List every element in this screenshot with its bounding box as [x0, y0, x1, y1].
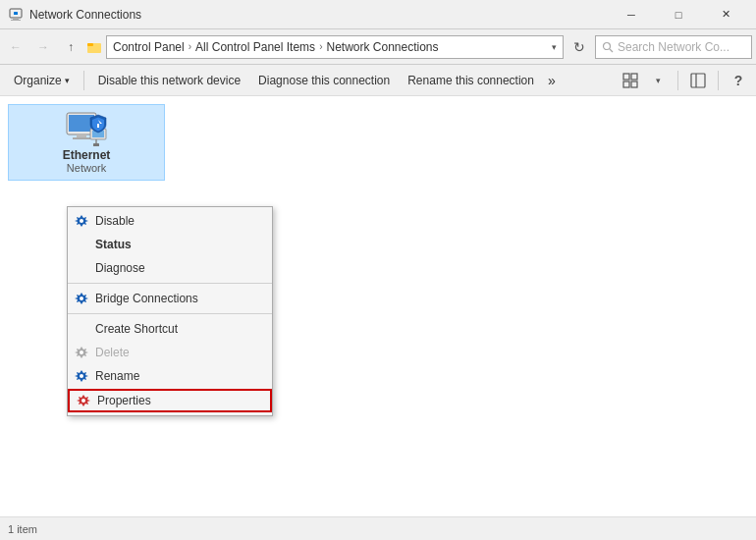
svg-rect-16: [77, 135, 86, 137]
svg-point-25: [80, 351, 83, 354]
ctx-label-status: Status: [95, 238, 132, 251]
ctx-item-rename[interactable]: Rename: [68, 364, 272, 388]
pane-icon: [690, 73, 706, 88]
ctx-label-bridge: Bridge Connections: [95, 292, 198, 305]
path-network-connections: Network Connections: [326, 40, 438, 54]
organize-button[interactable]: Organize ▾: [6, 69, 78, 92]
ctx-label-create-shortcut: Create Shortcut: [95, 322, 178, 336]
diagnose-button[interactable]: Diagnose this connection: [250, 69, 398, 92]
svg-rect-10: [623, 81, 629, 87]
ctx-label-delete: Delete: [95, 346, 130, 359]
disable-icon: [74, 213, 89, 229]
view-dropdown-button[interactable]: ▾: [646, 69, 670, 92]
help-button[interactable]: ?: [727, 69, 750, 92]
context-menu: Disable Status Diagnose Bridge Conne: [67, 206, 273, 416]
path-control-panel: Control Panel: [113, 40, 185, 54]
svg-rect-12: [691, 74, 705, 87]
svg-rect-17: [73, 137, 90, 139]
address-bar: ← → ↑ Control Panel › All Control Panel …: [0, 29, 756, 65]
toolbar-right: ▾ ?: [619, 69, 750, 92]
toolbar-separator-3: [718, 71, 719, 90]
ctx-item-properties[interactable]: Properties: [68, 389, 272, 412]
ethernet-adapter-icon: [63, 111, 110, 148]
delete-icon: [74, 345, 89, 360]
ctx-label-rename: Rename: [95, 369, 139, 383]
search-box[interactable]: Search Network Co...: [595, 35, 752, 59]
disable-device-button[interactable]: Disable this network device: [90, 69, 248, 92]
ctx-item-disable[interactable]: Disable: [68, 209, 272, 233]
title-text: Network Connections: [29, 8, 141, 22]
path-all-items: All Control Panel Items: [195, 40, 315, 54]
up-button[interactable]: ↑: [59, 35, 82, 59]
svg-rect-8: [623, 74, 629, 80]
toolbar-separator-2: [677, 71, 678, 90]
ctx-label-properties: Properties: [97, 394, 151, 407]
minimize-button[interactable]: ─: [609, 0, 654, 29]
ctx-label-diagnose: Diagnose: [95, 261, 145, 275]
ctx-label-disable: Disable: [95, 214, 135, 228]
refresh-button[interactable]: ↻: [567, 35, 591, 59]
ctx-item-bridge[interactable]: Bridge Connections: [68, 287, 272, 310]
ctx-item-diagnose[interactable]: Diagnose: [68, 256, 272, 280]
toolbar-separator-1: [83, 71, 84, 90]
adapter-item-ethernet[interactable]: Ethernet Network: [8, 104, 165, 181]
svg-rect-2: [11, 20, 21, 21]
adapter-name: Ethernet: [63, 148, 111, 162]
bridge-icon: [74, 291, 89, 306]
close-button[interactable]: ✕: [703, 0, 748, 29]
properties-icon: [76, 393, 91, 408]
ctx-separator-2: [68, 313, 272, 314]
ctx-item-create-shortcut[interactable]: Create Shortcut: [68, 317, 272, 341]
address-path[interactable]: Control Panel › All Control Panel Items …: [106, 35, 564, 59]
content-area: Ethernet Network Disable Status: [0, 96, 756, 516]
grid-view-icon: [622, 73, 638, 88]
maximize-button[interactable]: □: [656, 0, 701, 29]
rename-connection-button[interactable]: Rename this connection: [400, 69, 542, 92]
svg-line-7: [610, 49, 613, 52]
svg-point-24: [80, 297, 83, 300]
svg-rect-3: [14, 12, 18, 15]
title-bar-left: Network Connections: [8, 7, 141, 23]
forward-button[interactable]: →: [31, 35, 55, 59]
back-button[interactable]: ←: [4, 35, 27, 59]
pane-toggle-button[interactable]: [686, 69, 710, 92]
file-list: Ethernet Network Disable Status: [0, 96, 756, 516]
svg-point-27: [81, 399, 85, 403]
title-bar-icon: [8, 7, 24, 23]
svg-point-26: [80, 374, 83, 378]
search-icon: [602, 41, 614, 53]
ctx-separator-1: [68, 283, 272, 284]
status-text: 1 item: [8, 523, 37, 535]
search-placeholder: Search Network Co...: [618, 40, 729, 54]
svg-point-23: [80, 219, 83, 223]
svg-rect-21: [93, 143, 99, 146]
rename-icon: [74, 368, 89, 384]
svg-rect-1: [13, 18, 19, 20]
more-button[interactable]: »: [544, 69, 560, 92]
path-dropdown-arrow[interactable]: ▾: [552, 42, 557, 52]
title-bar: Network Connections ─ □ ✕: [0, 0, 756, 29]
ctx-item-delete: Delete: [68, 341, 272, 364]
title-controls: ─ □ ✕: [609, 0, 748, 29]
adapter-status: Network: [67, 162, 106, 174]
toolbar: Organize ▾ Disable this network device D…: [0, 65, 756, 96]
svg-rect-11: [631, 81, 637, 87]
svg-rect-5: [87, 43, 93, 46]
svg-rect-9: [631, 74, 637, 80]
status-bar: 1 item: [0, 516, 756, 540]
folder-icon: [86, 39, 102, 55]
svg-point-6: [604, 42, 611, 49]
view-icon1-button[interactable]: [619, 69, 642, 92]
ctx-item-status[interactable]: Status: [68, 233, 272, 256]
